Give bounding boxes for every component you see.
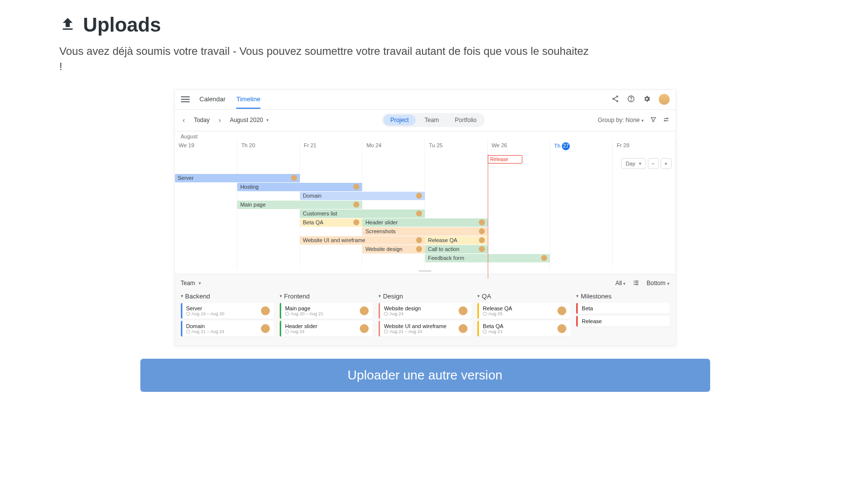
day-column: Th 20	[237, 139, 300, 154]
assignee-avatar	[541, 255, 547, 261]
assignee-avatar	[261, 324, 270, 333]
day-column: Fr 28	[613, 139, 676, 154]
filter-icon[interactable]	[650, 116, 657, 125]
day-column: Tu 25	[425, 139, 488, 154]
day-column: Mo 24	[362, 139, 425, 154]
timeline-bar[interactable]: Screenshots	[362, 227, 487, 236]
timeline-bar[interactable]: Main page	[237, 201, 362, 209]
task-card[interactable]: Website designAug 24	[379, 303, 471, 319]
today-button[interactable]: Today	[191, 117, 212, 124]
page-title: Uploads	[83, 14, 161, 36]
group-by-dropdown[interactable]: Group by: None	[598, 117, 644, 124]
zoom-in-button[interactable]: +	[661, 158, 672, 169]
team-column: MilestonesBetaRelease	[576, 293, 669, 338]
day-column: We 26	[488, 139, 551, 154]
clock-icon	[384, 312, 388, 316]
tab-timeline[interactable]: Timeline	[236, 90, 260, 109]
filter-all-dropdown[interactable]: All	[615, 280, 626, 287]
menu-icon[interactable]	[181, 96, 190, 102]
gear-icon[interactable]	[643, 95, 651, 104]
timeline-bar[interactable]: Header slider	[362, 218, 487, 227]
panel-drag-handle[interactable]	[175, 269, 676, 274]
month-picker[interactable]: August 2020	[230, 117, 269, 124]
timeline-app: Calendar Timeline ‹ Today › August 2020 …	[174, 89, 676, 346]
svg-point-1	[612, 98, 614, 99]
task-card[interactable]: Beta QAAug 21	[477, 321, 570, 336]
timeline-bar[interactable]: Beta QA	[300, 218, 363, 227]
clock-icon	[483, 330, 487, 334]
user-avatar[interactable]	[659, 94, 670, 105]
timeline-bar[interactable]: Website design	[362, 245, 425, 253]
task-card[interactable]: Main pageAug 20 – Aug 21	[280, 303, 373, 319]
clock-icon	[186, 330, 190, 334]
team-column: BackendServerAug 19 – Aug 20DomainAug 21…	[181, 293, 274, 338]
release-line	[488, 154, 488, 279]
timeline-bar[interactable]: Release QA	[425, 236, 488, 245]
assignee-avatar	[416, 237, 422, 243]
zoom-out-button[interactable]: −	[648, 158, 659, 169]
assignee-avatar	[479, 228, 485, 234]
day-column: Fr 21	[300, 139, 363, 154]
assignee-avatar	[459, 306, 468, 315]
next-icon[interactable]: ›	[216, 115, 223, 125]
release-milestone[interactable]: Release	[488, 155, 522, 164]
assignee-avatar	[557, 306, 566, 315]
assignee-avatar	[291, 175, 297, 181]
day-column: Th 27	[550, 139, 613, 154]
svg-point-0	[616, 96, 618, 97]
team-column: FrontendMain pageAug 20 – Aug 21Header s…	[280, 293, 373, 338]
clock-icon	[384, 330, 388, 334]
task-card[interactable]: Website UI and wireframeAug 21 – Aug 24	[379, 321, 471, 336]
share-icon[interactable]	[611, 95, 619, 104]
prev-icon[interactable]: ‹	[181, 115, 187, 125]
timeline-bar[interactable]: Domain	[300, 192, 425, 200]
assignee-avatar	[459, 324, 468, 333]
upload-another-button[interactable]: Uploader une autre version	[140, 359, 710, 392]
settings-sliders-icon[interactable]	[663, 116, 670, 125]
assignee-avatar	[353, 184, 359, 190]
clock-icon	[285, 330, 289, 334]
team-column-title[interactable]: Design	[379, 293, 471, 300]
upload-icon	[59, 16, 76, 35]
month-label: August	[175, 131, 676, 139]
task-card[interactable]: Beta	[576, 303, 669, 314]
timeline-bar[interactable]: Customers list	[300, 210, 425, 218]
task-card[interactable]: Release	[576, 316, 669, 327]
clock-icon	[186, 312, 190, 316]
assignee-avatar	[479, 237, 485, 243]
team-panel-label[interactable]: Team	[181, 280, 201, 287]
team-column-title[interactable]: Frontend	[280, 293, 373, 300]
timeline-bar[interactable]: Server	[175, 174, 300, 182]
clock-icon	[285, 312, 289, 316]
assignee-avatar	[479, 246, 485, 252]
svg-point-4	[631, 100, 631, 100]
svg-point-5	[667, 118, 668, 119]
task-card[interactable]: Header sliderAug 24	[280, 321, 373, 336]
timeline-bar[interactable]: Call to action	[425, 245, 488, 253]
tab-calendar[interactable]: Calendar	[200, 90, 226, 109]
scope-project[interactable]: Project	[383, 115, 416, 126]
timeline-bar[interactable]: Hosting	[237, 183, 362, 191]
day-column: We 19	[175, 139, 238, 154]
assignee-avatar	[416, 193, 422, 199]
svg-point-2	[616, 100, 618, 102]
assignee-avatar	[353, 202, 359, 208]
scope-team[interactable]: Team	[418, 115, 446, 126]
task-card[interactable]: Release QAAug 25	[477, 303, 570, 319]
page-subtitle: Vous avez déjà soumis votre travail - Vo…	[59, 44, 593, 75]
team-column: DesignWebsite designAug 24Website UI and…	[379, 293, 471, 338]
help-icon[interactable]	[627, 95, 635, 104]
team-column-title[interactable]: QA	[477, 293, 570, 300]
assignee-avatar	[416, 210, 422, 216]
task-card[interactable]: ServerAug 19 – Aug 20	[181, 303, 274, 319]
position-dropdown[interactable]: Bottom	[646, 280, 669, 287]
team-column: QARelease QAAug 25Beta QAAug 21	[477, 293, 570, 338]
timeline-bar[interactable]: Website UI and wireframe	[300, 236, 425, 245]
assignee-avatar	[479, 219, 485, 225]
zoom-dropdown[interactable]: Day	[621, 158, 646, 169]
list-view-icon[interactable]	[633, 279, 639, 288]
scope-portfolio[interactable]: Portfolio	[448, 115, 483, 126]
task-card[interactable]: DomainAug 21 – Aug 24	[181, 321, 274, 336]
team-column-title[interactable]: Milestones	[576, 293, 669, 300]
team-column-title[interactable]: Backend	[181, 293, 274, 300]
